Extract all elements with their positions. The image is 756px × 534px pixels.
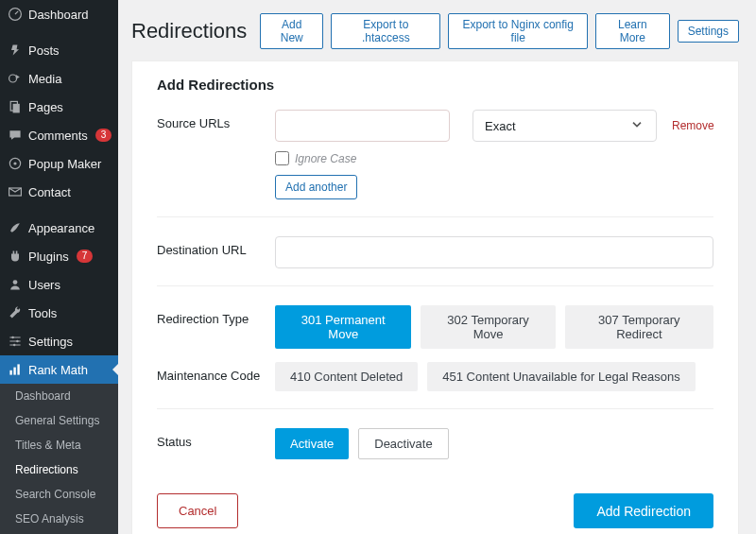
user-icon <box>8 277 23 292</box>
svg-point-8 <box>11 336 13 338</box>
sidebar-item-label: Dashboard <box>28 8 89 22</box>
sidebar-item-label: Contact <box>28 185 71 199</box>
ignore-case-text: Ignore Case <box>295 152 356 165</box>
sidebar-item-popup-maker[interactable]: Popup Maker <box>0 149 118 178</box>
source-url-input[interactable] <box>275 110 450 142</box>
divider <box>157 216 713 217</box>
divider <box>157 408 713 409</box>
add-new-button[interactable]: Add New <box>260 13 323 49</box>
status-activate[interactable]: Activate <box>275 428 349 459</box>
submenu-item-dashboard[interactable]: Dashboard <box>0 384 118 408</box>
sidebar-item-dashboard[interactable]: Dashboard <box>0 0 118 28</box>
redirection-type-307[interactable]: 307 Temporary Redirect <box>565 305 713 349</box>
export-nginx-button[interactable]: Export to Nginx config file <box>448 13 588 49</box>
destination-label: Destination URL <box>157 236 275 268</box>
add-another-button[interactable]: Add another <box>275 175 357 199</box>
page-icon <box>8 99 23 114</box>
svg-rect-12 <box>13 368 15 375</box>
divider <box>157 285 713 286</box>
sidebar-item-label: Rank Math <box>28 363 88 377</box>
sidebar-item-label: Users <box>28 278 60 292</box>
add-redirections-card: Add Redirections Source URLs Exact Remov… <box>131 60 739 534</box>
sidebar-item-posts[interactable]: Posts <box>0 36 118 64</box>
sidebar-item-users[interactable]: Users <box>0 270 118 299</box>
redirection-type-301[interactable]: 301 Permanent Move <box>275 305 411 349</box>
learn-more-button[interactable]: Learn More <box>595 13 670 49</box>
popup-icon <box>8 156 23 171</box>
sidebar-item-label: Posts <box>28 43 60 58</box>
svg-point-5 <box>13 162 16 164</box>
destination-row: Destination URL <box>157 236 713 268</box>
sidebar-item-media[interactable]: Media <box>0 64 118 93</box>
status-deactivate[interactable]: Deactivate <box>358 428 448 459</box>
sidebar-item-tools[interactable]: Tools <box>0 299 118 327</box>
sidebar-submenu: Dashboard General Settings Titles & Meta… <box>0 384 118 534</box>
chevron-down-icon <box>629 117 644 135</box>
sidebar-item-plugins[interactable]: Plugins 7 <box>0 242 118 270</box>
sliders-icon <box>8 334 23 349</box>
svg-rect-11 <box>9 370 11 375</box>
redirection-type-label: Redirection Type <box>157 305 275 349</box>
main-content: Redirections Add New Export to .htaccess… <box>118 0 756 534</box>
ignore-case-checkbox[interactable] <box>275 151 289 165</box>
redirection-type-302[interactable]: 302 Temporary Move <box>421 305 555 349</box>
submenu-item-titles-meta[interactable]: Titles & Meta <box>0 433 118 457</box>
maintenance-code-label: Maintenance Code <box>157 362 275 391</box>
sidebar-item-label: Appearance <box>28 221 94 235</box>
sidebar-item-appearance[interactable]: Appearance <box>0 214 118 242</box>
wrench-icon <box>8 305 23 320</box>
submenu-item-general-settings[interactable]: General Settings <box>0 408 118 433</box>
source-urls-row: Source URLs Exact Remove Ignore Case Add… <box>157 110 713 199</box>
settings-button[interactable]: Settings <box>678 20 739 43</box>
sidebar-item-label: Settings <box>28 335 73 349</box>
sidebar-item-label: Comments <box>28 129 88 143</box>
submenu-item-seo-analysis[interactable]: SEO Analysis <box>0 507 118 531</box>
sidebar-item-label: Media <box>28 72 61 86</box>
sidebar-item-settings[interactable]: Settings <box>0 327 118 355</box>
svg-rect-13 <box>17 364 19 374</box>
sidebar-item-label: Pages <box>28 100 63 114</box>
export-htaccess-button[interactable]: Export to .htaccess <box>331 13 440 49</box>
sidebar-item-label: Plugins <box>28 250 69 264</box>
dashboard-icon <box>8 7 23 22</box>
destination-url-input[interactable] <box>275 236 713 268</box>
media-icon <box>8 71 23 86</box>
submenu-item-search-console[interactable]: Search Console <box>0 482 118 507</box>
pin-icon <box>8 43 23 58</box>
page-title: Redirections <box>131 19 247 43</box>
sidebar-item-comments[interactable]: Comments 3 <box>0 121 118 149</box>
mail-icon <box>8 184 23 199</box>
ignore-case-label[interactable]: Ignore Case <box>275 151 714 165</box>
cancel-button[interactable]: Cancel <box>157 493 238 528</box>
redirection-type-row: Redirection Type 301 Permanent Move 302 … <box>157 305 713 349</box>
sidebar-item-label: Popup Maker <box>28 157 101 171</box>
page-header: Redirections Add New Export to .htaccess… <box>131 0 739 60</box>
source-urls-label: Source URLs <box>157 110 275 199</box>
status-row: Status Activate Deactivate <box>157 428 713 459</box>
plugins-badge: 7 <box>77 250 94 263</box>
card-heading: Add Redirections <box>157 77 713 93</box>
sidebar-item-label: Tools <box>28 306 57 320</box>
maintenance-410[interactable]: 410 Content Deleted <box>275 362 418 391</box>
brush-icon <box>8 220 23 235</box>
maintenance-code-row: Maintenance Code 410 Content Deleted 451… <box>157 362 713 391</box>
plug-icon <box>8 249 23 264</box>
maintenance-451[interactable]: 451 Content Unavailable for Legal Reason… <box>427 362 696 391</box>
svg-point-10 <box>13 344 15 346</box>
sidebar-item-rank-math[interactable]: Rank Math <box>0 355 118 384</box>
sidebar-item-contact[interactable]: Contact <box>0 178 118 206</box>
sidebar-item-pages[interactable]: Pages <box>0 93 118 121</box>
status-label: Status <box>157 428 275 459</box>
rankmath-icon <box>8 362 23 377</box>
svg-point-9 <box>16 340 18 342</box>
add-redirection-button[interactable]: Add Redirection <box>574 493 713 528</box>
submenu-item-redirections[interactable]: Redirections <box>0 457 118 482</box>
remove-source-link[interactable]: Remove <box>672 119 714 132</box>
form-footer: Cancel Add Redirection <box>157 493 713 528</box>
match-type-value: Exact <box>485 119 516 133</box>
admin-sidebar: Dashboard Posts Media Pages Comments 3 P… <box>0 0 118 534</box>
svg-point-7 <box>13 280 18 284</box>
svg-rect-3 <box>13 104 20 113</box>
match-type-select[interactable]: Exact <box>472 110 657 142</box>
comment-icon <box>8 128 23 143</box>
